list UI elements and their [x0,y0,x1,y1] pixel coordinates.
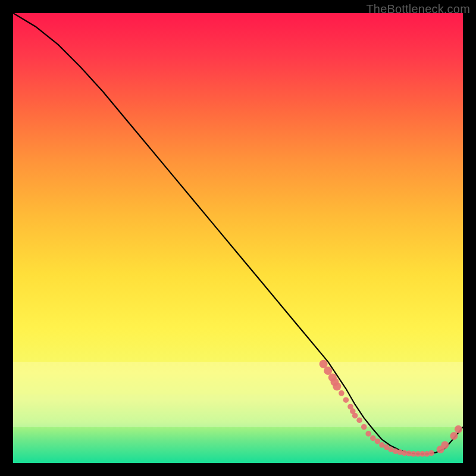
plot-area [13,13,463,463]
scatter-dot [365,431,371,437]
scatter-dot [343,397,349,403]
curve-layer [13,13,463,463]
scatter-dot [441,441,449,449]
scatter-dot [361,424,367,430]
scatter-dot [339,390,345,396]
watermark-text: TheBottleneck.com [366,2,470,16]
scatter-dot [455,425,462,433]
scatter-dot [450,432,458,440]
scatter-dots [320,360,462,457]
scatter-dot [356,417,362,423]
scatter-dot [333,383,341,391]
scatter-dot [352,413,358,419]
scatter-dot [375,439,381,444]
bottleneck-curve [13,13,463,454]
scatter-dot [428,450,434,456]
chart-frame: TheBottleneck.com [0,0,476,476]
scatter-dot [324,367,332,375]
